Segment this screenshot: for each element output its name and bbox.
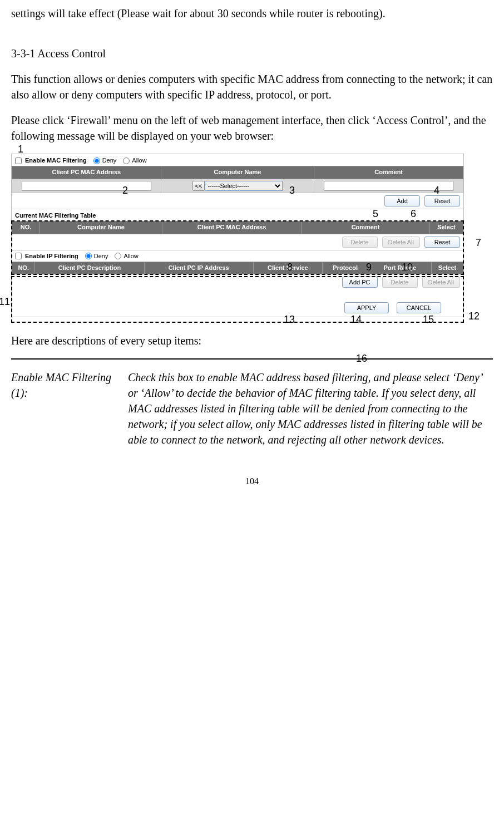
th-mac-address: Client PC MAC Address [12, 166, 161, 179]
enable-mac-label: Enable MAC Filtering [25, 156, 87, 165]
callout-7: 7 [476, 236, 481, 250]
mac-input-table: Client PC MAC Address Computer Name Comm… [12, 166, 463, 193]
figure-wrapper: 1 Enable MAC Filtering Deny Allow Client… [11, 154, 493, 317]
paragraph-1: This function allows or denies computers… [11, 71, 493, 102]
callout-3: 3 [289, 184, 295, 198]
dashed-box-ip-table [11, 276, 464, 323]
th-comment: Comment [314, 166, 463, 179]
dashed-box-mac-table [11, 220, 464, 275]
callout-16: 16 [356, 352, 367, 366]
computer-name-select[interactable]: ------Select------ [205, 181, 283, 191]
enable-mac-checkbox[interactable] [15, 157, 22, 164]
copy-name-button[interactable]: << [192, 181, 205, 191]
mac-deny-label: Deny [102, 156, 117, 165]
th-computer-name: Computer Name [161, 166, 314, 179]
callout-11: 11 [0, 295, 10, 309]
definition-term: Enable MAC Filtering (1): [11, 370, 122, 447]
mac-deny-radio[interactable] [93, 157, 100, 164]
callout-2: 2 [122, 184, 128, 198]
separator-rule [11, 358, 493, 360]
preamble-text: settings will take effect (Please wait f… [11, 6, 493, 21]
callout-6: 6 [411, 207, 416, 221]
definition-description: Check this box to enable MAC address bas… [128, 370, 493, 447]
mac-reset-button[interactable]: Reset [424, 195, 460, 206]
mac-button-row: Add Reset [12, 193, 463, 209]
mac-allow-label: Allow [132, 156, 146, 165]
definition-row: Enable MAC Filtering (1): Check this box… [11, 370, 493, 447]
callout-4: 4 [434, 184, 439, 198]
page-number: 104 [11, 475, 493, 488]
callout-12: 12 [468, 309, 480, 323]
section-heading: 3-3-1 Access Control [11, 46, 493, 61]
mac-allow-radio[interactable] [123, 157, 130, 164]
mac-add-button[interactable]: Add [384, 195, 420, 206]
paragraph-2: Please click ‘Firewall’ menu on the left… [11, 112, 493, 144]
after-figure-text: Here are descriptions of every setup ite… [11, 333, 493, 348]
mac-table-title: Current MAC Filtering Table [12, 209, 463, 221]
mac-enable-row: Enable MAC Filtering Deny Allow [12, 154, 463, 166]
mac-address-input[interactable] [22, 181, 151, 191]
callout-5: 5 [373, 207, 378, 221]
